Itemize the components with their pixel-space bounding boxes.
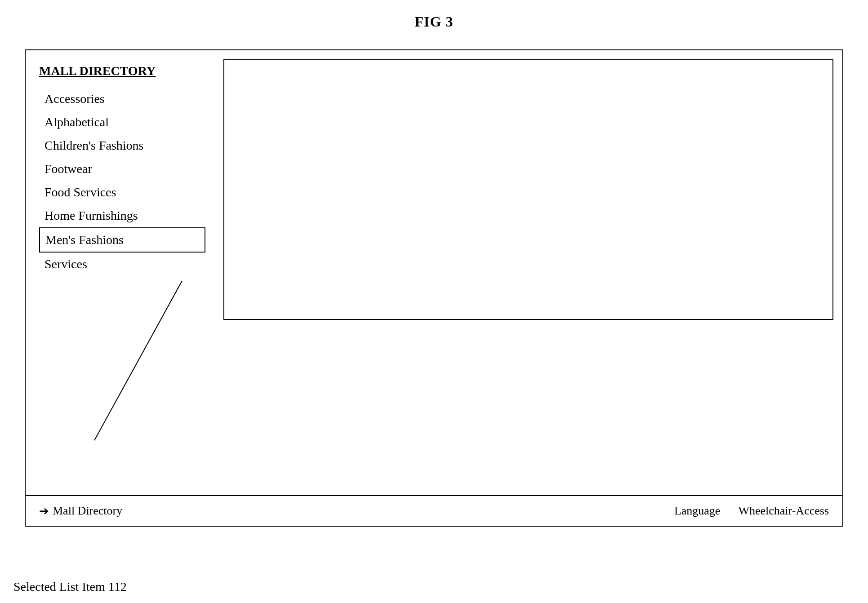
menu-item-alphabetical[interactable]: Alphabetical bbox=[39, 111, 205, 134]
language-button[interactable]: Language bbox=[674, 504, 721, 518]
figure-title: FIG 3 bbox=[0, 0, 868, 39]
menu-item-accessories[interactable]: Accessories bbox=[39, 87, 205, 111]
mall-directory-title: MALL DIRECTORY bbox=[39, 64, 205, 78]
wheelchair-access-button[interactable]: Wheelchair-Access bbox=[738, 504, 829, 518]
footer-nav[interactable]: ➔ Mall Directory bbox=[39, 504, 122, 518]
menu-list: AccessoriesAlphabeticalChildren's Fashio… bbox=[39, 87, 205, 276]
footer-bar: ➔ Mall Directory Language Wheelchair-Acc… bbox=[26, 495, 842, 526]
footer-arrow-icon: ➔ bbox=[39, 504, 49, 518]
menu-item-men-s-fashions[interactable]: Men's Fashions bbox=[39, 227, 205, 253]
outer-frame: MALL DIRECTORY AccessoriesAlphabeticalCh… bbox=[25, 49, 843, 527]
right-panel bbox=[214, 50, 842, 495]
menu-item-services[interactable]: Services bbox=[39, 253, 205, 276]
menu-item-food-services[interactable]: Food Services bbox=[39, 181, 205, 204]
menu-item-footwear[interactable]: Footwear bbox=[39, 157, 205, 181]
footer-right-actions: Language Wheelchair-Access bbox=[674, 504, 829, 518]
annotation-label: Selected List Item 112 bbox=[13, 580, 127, 594]
footer-nav-label: Mall Directory bbox=[53, 504, 122, 518]
menu-item-home-furnishings[interactable]: Home Furnishings bbox=[39, 204, 205, 227]
left-panel: MALL DIRECTORY AccessoriesAlphabeticalCh… bbox=[26, 50, 214, 495]
display-box bbox=[223, 59, 833, 320]
menu-item-children-s-fashions[interactable]: Children's Fashions bbox=[39, 134, 205, 157]
